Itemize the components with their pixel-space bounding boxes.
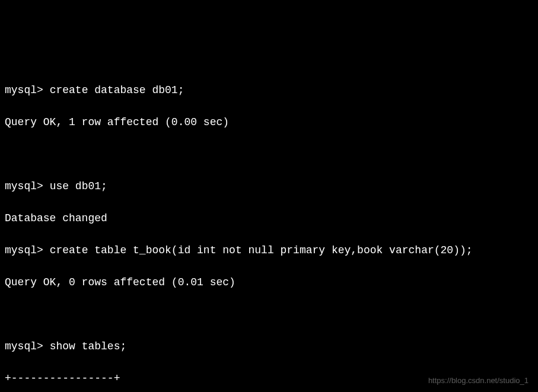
- command-text: create table t_book(id int not null prim…: [50, 244, 473, 256]
- prompt: mysql>: [5, 340, 43, 352]
- command-text: use db01;: [50, 180, 107, 192]
- response-line: Query OK, 0 rows affected (0.01 sec): [5, 275, 533, 291]
- prompt: mysql>: [5, 84, 43, 96]
- blank-line: [5, 146, 533, 162]
- command-text: create database db01;: [50, 84, 184, 96]
- command-text: show tables;: [50, 340, 127, 352]
- prompt-line[interactable]: mysql> show tables;: [5, 339, 533, 355]
- watermark-text: https://blog.csdn.net/studio_1: [428, 375, 529, 387]
- prompt-line[interactable]: mysql> create table t_book(id int not nu…: [5, 243, 533, 259]
- prompt: mysql>: [5, 180, 43, 192]
- response-line: Query OK, 1 row affected (0.00 sec): [5, 114, 533, 130]
- terminal-output: mysql> create database db01; Query OK, 1…: [5, 66, 533, 392]
- prompt: mysql>: [5, 244, 43, 256]
- response-line: Database changed: [5, 211, 533, 227]
- prompt-line[interactable]: mysql> use db01;: [5, 179, 533, 195]
- prompt-line[interactable]: mysql> create database db01;: [5, 82, 533, 98]
- blank-line: [5, 307, 533, 323]
